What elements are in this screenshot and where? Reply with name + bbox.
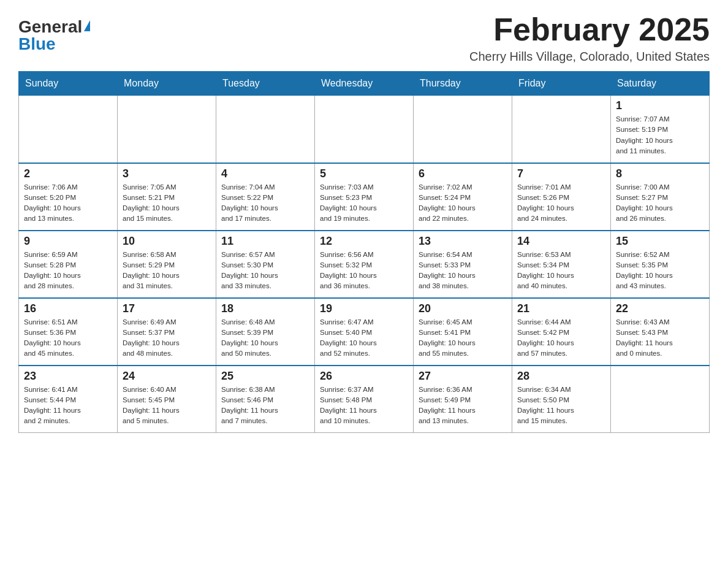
day-info: Sunrise: 6:54 AM Sunset: 5:33 PM Dayligh… [419, 250, 507, 292]
day-number: 22 [616, 302, 704, 315]
calendar-cell: 23Sunrise: 6:41 AM Sunset: 5:44 PM Dayli… [19, 366, 118, 433]
day-number: 19 [320, 302, 408, 315]
weekday-header-monday: Monday [118, 72, 216, 96]
logo: General Blue [18, 12, 90, 53]
day-number: 21 [517, 302, 605, 315]
calendar-cell: 2Sunrise: 7:06 AM Sunset: 5:20 PM Daylig… [19, 163, 118, 231]
day-info: Sunrise: 6:44 AM Sunset: 5:42 PM Dayligh… [517, 317, 605, 359]
calendar-cell: 24Sunrise: 6:40 AM Sunset: 5:45 PM Dayli… [118, 366, 216, 433]
calendar-cell: 9Sunrise: 6:59 AM Sunset: 5:28 PM Daylig… [19, 231, 118, 298]
day-info: Sunrise: 6:58 AM Sunset: 5:29 PM Dayligh… [123, 250, 211, 292]
calendar-cell [512, 96, 611, 163]
calendar-cell: 4Sunrise: 7:04 AM Sunset: 5:22 PM Daylig… [216, 163, 315, 231]
day-number: 12 [320, 235, 408, 248]
calendar-table: SundayMondayTuesdayWednesdayThursdayFrid… [18, 71, 710, 433]
day-info: Sunrise: 6:59 AM Sunset: 5:28 PM Dayligh… [24, 250, 112, 292]
calendar-cell: 11Sunrise: 6:57 AM Sunset: 5:30 PM Dayli… [216, 231, 315, 298]
day-number: 1 [616, 99, 704, 112]
calendar-cell [118, 96, 216, 163]
calendar-week-row-2: 2Sunrise: 7:06 AM Sunset: 5:20 PM Daylig… [19, 163, 710, 231]
calendar-cell: 18Sunrise: 6:48 AM Sunset: 5:39 PM Dayli… [216, 298, 315, 366]
calendar-cell: 27Sunrise: 6:36 AM Sunset: 5:49 PM Dayli… [414, 366, 512, 433]
weekday-header-row: SundayMondayTuesdayWednesdayThursdayFrid… [19, 72, 710, 96]
logo-general-text: General [18, 18, 82, 36]
calendar-cell: 17Sunrise: 6:49 AM Sunset: 5:37 PM Dayli… [118, 298, 216, 366]
weekday-header-saturday: Saturday [611, 72, 710, 96]
day-info: Sunrise: 6:49 AM Sunset: 5:37 PM Dayligh… [123, 317, 211, 359]
day-info: Sunrise: 7:00 AM Sunset: 5:27 PM Dayligh… [616, 182, 704, 224]
calendar-cell: 13Sunrise: 6:54 AM Sunset: 5:33 PM Dayli… [414, 231, 512, 298]
title-block: February 2025 Cherry Hills Village, Colo… [469, 12, 710, 64]
day-number: 13 [419, 235, 507, 248]
day-info: Sunrise: 7:02 AM Sunset: 5:24 PM Dayligh… [419, 182, 507, 224]
calendar-cell: 16Sunrise: 6:51 AM Sunset: 5:36 PM Dayli… [19, 298, 118, 366]
day-number: 6 [419, 167, 507, 180]
calendar-cell: 19Sunrise: 6:47 AM Sunset: 5:40 PM Dayli… [315, 298, 414, 366]
calendar-cell: 20Sunrise: 6:45 AM Sunset: 5:41 PM Dayli… [414, 298, 512, 366]
weekday-header-thursday: Thursday [414, 72, 512, 96]
calendar-cell: 6Sunrise: 7:02 AM Sunset: 5:24 PM Daylig… [414, 163, 512, 231]
day-number: 17 [123, 302, 211, 315]
day-info: Sunrise: 7:01 AM Sunset: 5:26 PM Dayligh… [517, 182, 605, 224]
day-number: 9 [24, 235, 112, 248]
day-number: 25 [221, 370, 309, 383]
calendar-week-row-3: 9Sunrise: 6:59 AM Sunset: 5:28 PM Daylig… [19, 231, 710, 298]
day-info: Sunrise: 7:05 AM Sunset: 5:21 PM Dayligh… [123, 182, 211, 224]
day-info: Sunrise: 6:53 AM Sunset: 5:34 PM Dayligh… [517, 250, 605, 292]
day-number: 24 [123, 370, 211, 383]
calendar-cell: 12Sunrise: 6:56 AM Sunset: 5:32 PM Dayli… [315, 231, 414, 298]
page-header: General Blue February 2025 Cherry Hills … [18, 12, 710, 64]
calendar-week-row-1: 1Sunrise: 7:07 AM Sunset: 5:19 PM Daylig… [19, 96, 710, 163]
calendar-cell: 28Sunrise: 6:34 AM Sunset: 5:50 PM Dayli… [512, 366, 611, 433]
day-info: Sunrise: 6:38 AM Sunset: 5:46 PM Dayligh… [221, 385, 309, 427]
calendar-cell: 21Sunrise: 6:44 AM Sunset: 5:42 PM Dayli… [512, 298, 611, 366]
calendar-cell: 7Sunrise: 7:01 AM Sunset: 5:26 PM Daylig… [512, 163, 611, 231]
day-info: Sunrise: 6:41 AM Sunset: 5:44 PM Dayligh… [24, 385, 112, 427]
calendar-week-row-5: 23Sunrise: 6:41 AM Sunset: 5:44 PM Dayli… [19, 366, 710, 433]
calendar-cell [315, 96, 414, 163]
day-number: 10 [123, 235, 211, 248]
day-info: Sunrise: 6:52 AM Sunset: 5:35 PM Dayligh… [616, 250, 704, 292]
day-number: 14 [517, 235, 605, 248]
calendar-cell: 8Sunrise: 7:00 AM Sunset: 5:27 PM Daylig… [611, 163, 710, 231]
calendar-cell [611, 366, 710, 433]
day-number: 27 [419, 370, 507, 383]
day-number: 11 [221, 235, 309, 248]
calendar-cell [414, 96, 512, 163]
calendar-cell: 26Sunrise: 6:37 AM Sunset: 5:48 PM Dayli… [315, 366, 414, 433]
day-number: 3 [123, 167, 211, 180]
location-text: Cherry Hills Village, Colorado, United S… [469, 50, 710, 64]
calendar-cell [19, 96, 118, 163]
day-number: 7 [517, 167, 605, 180]
day-info: Sunrise: 6:48 AM Sunset: 5:39 PM Dayligh… [221, 317, 309, 359]
day-number: 20 [419, 302, 507, 315]
calendar-cell: 1Sunrise: 7:07 AM Sunset: 5:19 PM Daylig… [611, 96, 710, 163]
day-number: 4 [221, 167, 309, 180]
day-number: 15 [616, 235, 704, 248]
logo-blue-text: Blue [18, 36, 56, 53]
day-info: Sunrise: 6:43 AM Sunset: 5:43 PM Dayligh… [616, 317, 704, 359]
calendar-cell: 10Sunrise: 6:58 AM Sunset: 5:29 PM Dayli… [118, 231, 216, 298]
calendar-week-row-4: 16Sunrise: 6:51 AM Sunset: 5:36 PM Dayli… [19, 298, 710, 366]
day-info: Sunrise: 6:45 AM Sunset: 5:41 PM Dayligh… [419, 317, 507, 359]
day-info: Sunrise: 6:37 AM Sunset: 5:48 PM Dayligh… [320, 385, 408, 427]
calendar-cell: 22Sunrise: 6:43 AM Sunset: 5:43 PM Dayli… [611, 298, 710, 366]
day-info: Sunrise: 7:03 AM Sunset: 5:23 PM Dayligh… [320, 182, 408, 224]
calendar-cell [216, 96, 315, 163]
day-info: Sunrise: 7:07 AM Sunset: 5:19 PM Dayligh… [616, 114, 704, 156]
day-info: Sunrise: 6:40 AM Sunset: 5:45 PM Dayligh… [123, 385, 211, 427]
day-info: Sunrise: 6:36 AM Sunset: 5:49 PM Dayligh… [419, 385, 507, 427]
weekday-header-wednesday: Wednesday [315, 72, 414, 96]
calendar-cell: 5Sunrise: 7:03 AM Sunset: 5:23 PM Daylig… [315, 163, 414, 231]
calendar-cell: 14Sunrise: 6:53 AM Sunset: 5:34 PM Dayli… [512, 231, 611, 298]
calendar-cell: 15Sunrise: 6:52 AM Sunset: 5:35 PM Dayli… [611, 231, 710, 298]
day-number: 2 [24, 167, 112, 180]
day-number: 8 [616, 167, 704, 180]
day-info: Sunrise: 6:56 AM Sunset: 5:32 PM Dayligh… [320, 250, 408, 292]
day-info: Sunrise: 6:34 AM Sunset: 5:50 PM Dayligh… [517, 385, 605, 427]
day-number: 28 [517, 370, 605, 383]
day-info: Sunrise: 7:06 AM Sunset: 5:20 PM Dayligh… [24, 182, 112, 224]
logo-triangle-icon [84, 20, 90, 31]
day-number: 18 [221, 302, 309, 315]
day-number: 16 [24, 302, 112, 315]
